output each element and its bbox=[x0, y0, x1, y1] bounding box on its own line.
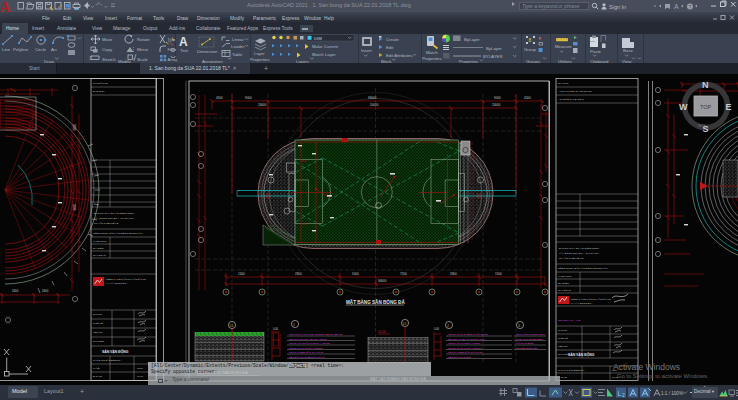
svg-text:7200: 7200 bbox=[400, 272, 407, 276]
svg-text:Dimension: Dimension bbox=[197, 49, 218, 54]
svg-text:XÂY DỰNG TỈNH SUA - CHI NHÁNH: XÂY DỰNG TỈNH SUA - CHI NHÁNH bbox=[94, 217, 134, 220]
svg-text:ĐỊA ĐIỂM:: ĐỊA ĐIỂM: bbox=[558, 282, 569, 285]
svg-text:KIỂM TRA: KIỂM TRA bbox=[93, 331, 104, 333]
svg-text:TƯ VẤN THIẾT KẾ XD: TƯ VẤN THIẾT KẾ XD bbox=[559, 257, 584, 260]
svg-text:BAN QUẢN LÝ DỰ ÁN CÔNG TRÌNH: BAN QUẢN LÝ DỰ ÁN CÔNG TRÌNH bbox=[559, 247, 600, 250]
svg-text:50000: 50000 bbox=[370, 103, 379, 107]
svg-text:?: ? bbox=[689, 4, 692, 10]
svg-text:ByLayer: ByLayer bbox=[486, 46, 502, 51]
svg-text:LỚP ĐÁ DĂM 4x6 DÀY 200MM: LỚP ĐÁ DĂM 4x6 DÀY 200MM bbox=[448, 347, 482, 350]
svg-text:9000: 9000 bbox=[245, 96, 252, 100]
svg-text:NỀN ĐẤT TỰ NHIÊN: NỀN ĐẤT TỰ NHIÊN bbox=[448, 356, 471, 359]
svg-text:Leader: Leader bbox=[231, 44, 245, 49]
svg-text:- CAO ĐỘ GHI BẰNG M: - CAO ĐỘ GHI BẰNG M bbox=[558, 98, 584, 101]
svg-text:L: L bbox=[618, 390, 622, 397]
svg-text:94000: 94000 bbox=[378, 279, 387, 283]
svg-text:Match: Match bbox=[426, 50, 438, 55]
svg-text:CHỦ TRÌ: CHỦ TRÌ bbox=[93, 313, 102, 315]
svg-text:8: 8 bbox=[529, 37, 532, 43]
svg-text:BẢN VẼ:: BẢN VẼ: bbox=[93, 375, 102, 377]
svg-text:RÃNH THU NƯỚC B300: RÃNH THU NƯỚC B300 bbox=[516, 338, 543, 341]
svg-text:A: A bbox=[0, 0, 11, 12]
svg-text:2: 2 bbox=[622, 392, 625, 398]
svg-text:TOP: TOP bbox=[700, 104, 712, 110]
svg-text:2800: 2800 bbox=[295, 272, 302, 276]
svg-text:LỚP ĐÁ DĂM CẤP PHỐI DÀY 100MM: LỚP ĐÁ DĂM CẤP PHỐI DÀY 100MM bbox=[289, 342, 330, 345]
svg-text:5000: 5000 bbox=[352, 272, 359, 276]
svg-text:ĐỊA ĐIỂM:: ĐỊA ĐIỂM: bbox=[93, 247, 104, 250]
svg-text:HẠNG MỤC:: HẠNG MỤC: bbox=[558, 275, 572, 278]
svg-text:1:1 / 100%: 1:1 / 100% bbox=[661, 391, 683, 396]
svg-text:BYLAYER: BYLAYER bbox=[483, 54, 503, 59]
svg-text:- KÍCH THƯỚC GHI BẰNG MM: - KÍCH THƯỚC GHI BẰNG MM bbox=[558, 90, 592, 93]
svg-text:2400: 2400 bbox=[42, 289, 49, 293]
svg-text:ByLayer: ByLayer bbox=[464, 37, 480, 42]
svg-text:GIAI ĐOẠN:: GIAI ĐOẠN: bbox=[558, 289, 571, 292]
svg-text:3: 3 bbox=[518, 324, 520, 328]
svg-text:Measure: Measure bbox=[555, 44, 572, 49]
svg-text:SÂN VẬN ĐỘNG: SÂN VẬN ĐỘNG bbox=[568, 352, 595, 357]
svg-text:W: W bbox=[679, 102, 688, 112]
svg-text:0.00: 0.00 bbox=[434, 327, 440, 331]
svg-text:Mirror: Mirror bbox=[137, 47, 149, 52]
svg-text:15.00: 15.00 bbox=[378, 330, 386, 334]
svg-text:1/100: 1/100 bbox=[137, 367, 143, 369]
svg-text:Sign In: Sign In bbox=[609, 4, 626, 10]
svg-text:Move: Move bbox=[102, 37, 113, 42]
svg-text:2800: 2800 bbox=[450, 272, 457, 276]
svg-text:GHI CHÚ:: GHI CHÚ: bbox=[558, 82, 569, 85]
svg-text:Base: Base bbox=[623, 48, 633, 53]
svg-text:3200: 3200 bbox=[72, 204, 76, 211]
svg-text:Match Layer: Match Layer bbox=[312, 52, 336, 57]
svg-text:MẶT BẰNG SÂN BÓNG ĐÁ: MẶT BẰNG SÂN BÓNG ĐÁ bbox=[346, 298, 405, 305]
svg-text:Edit Attributes: Edit Attributes bbox=[386, 53, 413, 58]
svg-text:GIÁM ĐỐC: GIÁM ĐỐC bbox=[93, 340, 104, 342]
svg-text:Paste: Paste bbox=[590, 49, 602, 54]
svg-text:51: 51 bbox=[230, 324, 234, 328]
svg-text:LỚP BÊ TÔNG LÓT: LỚP BÊ TÔNG LÓT bbox=[516, 347, 538, 350]
svg-text:DIM: DIM bbox=[314, 36, 322, 41]
svg-text:2: 2 bbox=[447, 324, 449, 328]
svg-text:HẠNG MỤC:: HẠNG MỤC: bbox=[93, 240, 107, 243]
svg-text:XÂY DỰNG TỈNH SUA - CHI NHÁNH: XÂY DỰNG TỈNH SUA - CHI NHÁNH bbox=[559, 252, 599, 255]
svg-text:Scale: Scale bbox=[137, 57, 148, 62]
svg-text:1500: 1500 bbox=[238, 272, 245, 276]
svg-text:Table: Table bbox=[232, 52, 243, 57]
svg-text:52: 52 bbox=[403, 322, 407, 326]
svg-text:9000: 9000 bbox=[494, 96, 501, 100]
svg-text:LỚP ĐÁ DĂM 4x6 DÀY 150MM: LỚP ĐÁ DĂM 4x6 DÀY 150MM bbox=[289, 347, 323, 350]
svg-text:Insert: Insert bbox=[361, 48, 373, 53]
svg-text:Properties: Properties bbox=[250, 57, 270, 62]
svg-text:TƯ VẤN THIẾT KẾ XD: TƯ VẤN THIẾT KẾ XD bbox=[94, 222, 119, 225]
svg-text:Rotate: Rotate bbox=[137, 37, 150, 42]
svg-text:E: E bbox=[726, 102, 732, 112]
svg-text:TẤM ĐAN BTCT: TẤM ĐAN BTCT bbox=[516, 342, 534, 345]
svg-text:ỐNG THOÁT NƯỚC D200: ỐNG THOÁT NƯỚC D200 bbox=[516, 333, 545, 336]
svg-text:GIAI ĐOẠN:: GIAI ĐOẠN: bbox=[93, 254, 106, 257]
svg-text:0.00: 0.00 bbox=[273, 327, 279, 331]
svg-text:LỚP CÁT ĐEN ĐẦM CHẶT K95: LỚP CÁT ĐEN ĐẦM CHẶT K95 bbox=[448, 351, 483, 354]
svg-text:3200: 3200 bbox=[72, 124, 76, 131]
svg-text:Group: Group bbox=[524, 47, 537, 52]
svg-text:Text: Text bbox=[180, 48, 189, 53]
svg-text:KIỂM TRA: KIỂM TRA bbox=[558, 345, 569, 347]
svg-text:CÔNG TY CỔ PHẦN TƯ VẤN ĐẦU TƯ: CÔNG TY CỔ PHẦN TƯ VẤN ĐẦU TƯ bbox=[571, 298, 611, 300]
svg-text:4500: 4500 bbox=[216, 96, 223, 100]
svg-text:BAN QUẢN LÝ DỰ ÁN CÔNG TRÌNH: BAN QUẢN LÝ DỰ ÁN CÔNG TRÌNH bbox=[94, 212, 135, 215]
svg-text:LỚP CỎ NHÂN TẠO CAO 50MM, ĐẾ P: LỚP CỎ NHÂN TẠO CAO 50MM, ĐẾ PE, SỢI PE bbox=[289, 333, 343, 336]
svg-text:A: A bbox=[674, 3, 679, 10]
svg-text:1: 1 bbox=[293, 323, 295, 327]
svg-text:4500: 4500 bbox=[524, 96, 531, 100]
svg-text:N: N bbox=[702, 80, 709, 90]
svg-text:LỚP CÁT THẠCH ANH DÀY 30MM: LỚP CÁT THẠCH ANH DÀY 30MM bbox=[289, 338, 327, 341]
svg-text:1500: 1500 bbox=[495, 272, 502, 276]
svg-text:CHỦ TRÌ: CHỦ TRÌ bbox=[558, 329, 567, 331]
svg-text:BỘ LỌC VẢI ĐỊA KỸ THUẬT ART9: BỘ LỌC VẢI ĐỊA KỸ THUẬT ART9 bbox=[448, 338, 486, 341]
svg-text:Circle: Circle bbox=[35, 47, 47, 52]
svg-text:Polyline: Polyline bbox=[13, 47, 29, 52]
svg-text:24000: 24000 bbox=[258, 103, 267, 107]
svg-text:KT-01: KT-01 bbox=[137, 375, 144, 377]
svg-text:LỚP ĐÁ DĂM CHỐNG THẤM NƯỚC: LỚP ĐÁ DĂM CHỐNG THẤM NƯỚC bbox=[448, 333, 488, 336]
svg-text:2400: 2400 bbox=[12, 289, 19, 293]
svg-text:CÔNG TY CỔ PHẦN TƯ VẤN ĐẦU TƯ: CÔNG TY CỔ PHẦN TƯ VẤN ĐẦU TƯ bbox=[106, 278, 146, 280]
